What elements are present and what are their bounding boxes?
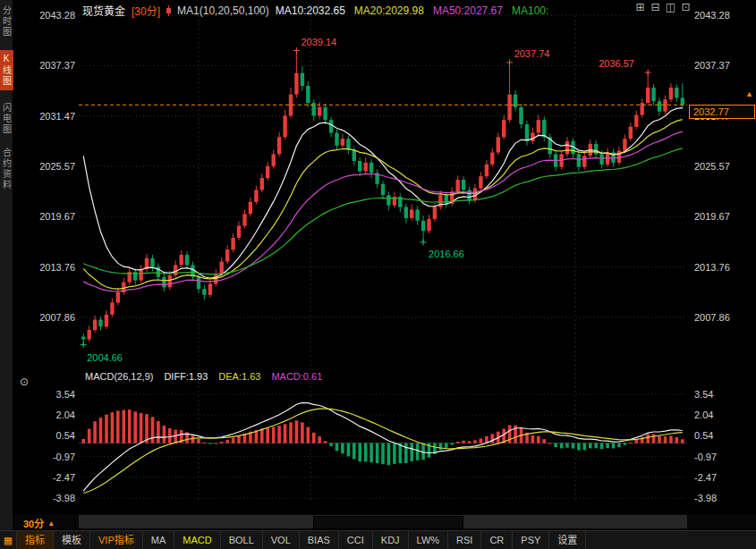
macd-header-part-0: MACD(26,12,9) xyxy=(85,371,153,382)
toolbar-tab-模板[interactable]: 模板 xyxy=(54,531,90,549)
toolbar-tab-KDJ[interactable]: KDJ xyxy=(373,531,409,549)
layout-grid-icon[interactable]: ⊞ xyxy=(634,2,646,13)
sidebar-tab-item[interactable]: 闪电图 xyxy=(0,103,13,135)
macd-header-part-1: DIFF:1.93 xyxy=(164,371,208,382)
toolbar-tab-RSI[interactable]: RSI xyxy=(448,531,481,549)
period-label: 30分 xyxy=(23,516,44,530)
toolbar-tab-指标[interactable]: 指标 xyxy=(17,531,54,549)
toolbar-tab-VIP指标[interactable]: VIP指标 xyxy=(90,531,143,549)
ma-value-ma100: MA100: xyxy=(512,4,548,17)
toolbar-tab-BIAS[interactable]: BIAS xyxy=(300,531,339,549)
price-tick-left: 2013.76 xyxy=(32,262,75,273)
toolbar-tab-VOL[interactable]: VOL xyxy=(263,531,300,549)
macd-tick-right: 2.04 xyxy=(694,410,737,420)
price-tick-right: 2019.67 xyxy=(694,211,737,222)
macd-tick-left: 0.54 xyxy=(32,430,75,441)
bottom-toolbar: ▦ 指标模板VIP指标MAMACDBOLLVOLBIASCCIKDJLW%RSI… xyxy=(0,530,756,549)
macd-tick-left: 2.04 xyxy=(32,410,75,420)
ma-value-ma50: MA50:2027.67 xyxy=(433,4,503,17)
moving-average-lines xyxy=(83,108,683,291)
price-up-arrow-icon: ▲ xyxy=(745,89,753,98)
price-tick-left: 2019.67 xyxy=(32,211,75,222)
layout-horizontal-icon[interactable]: ⊟ xyxy=(650,2,661,13)
period-up-icon: ▲ xyxy=(47,519,55,528)
toolbar-tab-PSY[interactable]: PSY xyxy=(513,531,549,549)
toolbar-tab-设置[interactable]: 设置 xyxy=(549,531,586,549)
macd-tick-left: -3.98 xyxy=(32,493,75,503)
layout-single-icon[interactable]: ⊡ xyxy=(680,2,692,13)
toolbar-tab-MA[interactable]: MA xyxy=(143,531,175,549)
chart-header: 现货黄金 [30分] MA1(10,20,50,100) MA10:2032.6… xyxy=(82,3,548,18)
indicator-grid-icon[interactable]: ▦ xyxy=(0,531,17,549)
ma-values: MA10:2032.65MA20:2029.98MA50:2027.67MA10… xyxy=(276,4,549,17)
macd-header: MACD(26,12,9)DIFF:1.93DEA:1.63MACD:0.61 xyxy=(85,371,322,382)
macd-tick-left: -0.97 xyxy=(32,452,75,462)
scrollbar-thumb[interactable] xyxy=(313,516,463,529)
price-tick-right: 2025.57 xyxy=(694,161,737,172)
price-tick-left: 2037.37 xyxy=(32,60,75,71)
indicator-target-icon[interactable]: ⊙ xyxy=(20,376,29,388)
macd-tick-left: -2.47 xyxy=(32,472,75,483)
price-tick-left: 2043.28 xyxy=(32,10,75,21)
ma-legend-label: MA1(10,20,50,100) xyxy=(177,4,269,17)
ma-value-ma20: MA20:2029.98 xyxy=(354,4,424,17)
window-controls: ⊞⊟◫⊡ xyxy=(634,2,692,13)
sidebar-tab-active[interactable]: K线图 xyxy=(0,50,13,90)
price-tick-right: 2007.86 xyxy=(694,312,737,323)
sidebar-tab-item[interactable]: 合约资料 xyxy=(0,148,13,190)
instrument-title: 现货黄金 xyxy=(82,3,125,18)
left-sidebar: 分时图K线图闪电图合约资料 xyxy=(0,0,13,549)
interval-tag: [30分] xyxy=(132,3,160,18)
time-axis-bar: 30分 ▲ 01/19001/24 xyxy=(0,514,756,529)
low-price-label: 2016.66 xyxy=(429,249,464,259)
price-tick-left: 2031.47 xyxy=(32,111,75,122)
macd-tick-right: -3.98 xyxy=(694,493,737,503)
layout-vertical-icon[interactable]: ◫ xyxy=(665,2,676,13)
macd-tick-right: 0.54 xyxy=(694,430,737,441)
macd-tick-left: 3.54 xyxy=(32,389,75,400)
trading-app-window: 现货黄金 [30分] MA1(10,20,50,100) MA10:2032.6… xyxy=(0,0,756,549)
period-selector[interactable]: 30分 ▲ xyxy=(23,516,55,530)
kline-chart-canvas[interactable] xyxy=(0,0,756,549)
price-tick-right: 2013.76 xyxy=(694,262,737,273)
toolbar-tab-CR[interactable]: CR xyxy=(481,531,513,549)
sidebar-tab-item[interactable]: 分时图 xyxy=(0,5,13,38)
macd-tick-right: 3.54 xyxy=(694,389,737,400)
macd-header-part-2: DEA:1.63 xyxy=(218,371,260,382)
macd-tick-right: -2.47 xyxy=(694,472,737,483)
low-price-label: 2004.66 xyxy=(87,352,123,363)
toolbar-tab-LW%[interactable]: LW% xyxy=(409,531,448,549)
high-price-label: 2036.57 xyxy=(599,58,634,69)
price-tick-left: 2025.57 xyxy=(32,161,75,172)
macd-header-part-3: MACD:0.61 xyxy=(271,371,322,382)
price-tick-right: 2043.28 xyxy=(694,10,737,21)
high-price-label: 2037.74 xyxy=(514,48,550,59)
current-price-tag: 2032.77 xyxy=(689,105,755,119)
toolbar-tab-BOLL[interactable]: BOLL xyxy=(221,531,263,549)
price-tick-left: 2007.86 xyxy=(32,312,75,323)
scrollbar-track[interactable] xyxy=(79,515,687,528)
ma-value-ma10: MA10:2032.65 xyxy=(276,4,345,17)
macd-tick-right: -0.97 xyxy=(694,452,737,462)
toolbar-tab-MACD[interactable]: MACD xyxy=(174,531,220,549)
toolbar-tab-CCI[interactable]: CCI xyxy=(339,531,373,549)
kline-icon xyxy=(165,5,173,16)
high-price-label: 2039.14 xyxy=(301,37,336,47)
price-tick-right: 2037.37 xyxy=(694,60,737,71)
